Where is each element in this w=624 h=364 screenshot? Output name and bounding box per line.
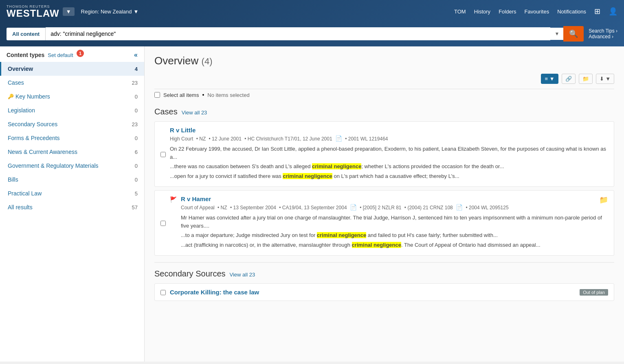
- secondary-source-checkbox[interactable]: [160, 289, 166, 296]
- search-bar: All content ▼ 🔍 Search Tips › Advanced ›: [0, 23, 624, 46]
- case-citation1: HC Christchurch T17/01, 12 June 2001: [248, 136, 332, 142]
- logo-area: THOMSON REUTERS WESTLAW: [7, 4, 59, 18]
- sidebar-item-count: 23: [132, 121, 138, 127]
- sidebar-item-legislation[interactable]: Legislation 0: [0, 103, 144, 117]
- sidebar-item-all-results[interactable]: All results 57: [0, 200, 144, 214]
- secondary-sources-section-header: Secondary Sources View all 23: [154, 269, 614, 278]
- case-snippet-hamer-3: ...act (trafficking in narcotics) or, in…: [181, 241, 608, 249]
- folder-view-button[interactable]: 📁: [579, 74, 593, 84]
- sidebar-item-label: Government & Regulatory Materials: [8, 162, 135, 169]
- case-date: 12 June 2001: [212, 136, 242, 142]
- notification-badge: 1: [77, 50, 84, 57]
- cases-view-all-link[interactable]: View all 23: [182, 110, 207, 116]
- search-tips-area: Search Tips › Advanced ›: [589, 28, 617, 39]
- case-date-hamer: 13 September 2004: [233, 205, 276, 211]
- sidebar-item-overview[interactable]: Overview 4: [0, 62, 144, 76]
- thomson-reuters-label: THOMSON REUTERS: [7, 4, 59, 9]
- key-icon: 🔑: [8, 94, 14, 99]
- select-all-checkbox[interactable]: [154, 92, 160, 98]
- secondary-source-title-corporate-killing[interactable]: Corporate Killing: the case law: [170, 289, 259, 296]
- download-button[interactable]: ⬇ ▼: [596, 74, 614, 84]
- sidebar-item-count: 5: [135, 191, 138, 197]
- highlight-criminal-negligence-hamer-1: criminal negligence: [317, 232, 366, 238]
- sidebar-title: Content types: [7, 52, 44, 58]
- secondary-sources-title: Secondary Sources: [154, 269, 226, 278]
- folders-link[interactable]: Folders: [499, 9, 516, 15]
- user-icon[interactable]: 👤: [609, 7, 617, 16]
- select-all-bar: Select all items • No items selected: [154, 89, 614, 101]
- secondary-sources-view-all-link[interactable]: View all 23: [230, 272, 255, 278]
- case-citation1-hamer: CA19/04, 13 September 2004: [282, 205, 347, 211]
- sidebar-item-label: Forms & Precedents: [8, 135, 135, 141]
- overview-title: Overview (4): [154, 55, 614, 67]
- folder-icon-hamer[interactable]: 📁: [599, 195, 608, 204]
- search-tips-link[interactable]: Search Tips ›: [589, 28, 617, 34]
- case-jurisdiction: NZ: [199, 136, 206, 142]
- case-title-r-v-hamer[interactable]: R v Hamer: [181, 195, 211, 202]
- westlaw-logo: WESTLAW: [7, 9, 59, 18]
- sidebar-collapse-button[interactable]: «: [134, 51, 138, 59]
- history-link[interactable]: History: [474, 9, 490, 15]
- region-label: Region: New Zealand: [81, 9, 132, 15]
- sidebar-item-count: 0: [135, 107, 138, 114]
- case-content-r-v-hamer: R v Hamer Court of Appeal • NZ • 13 Sept…: [181, 195, 608, 250]
- select-separator: •: [202, 92, 204, 98]
- header: THOMSON REUTERS WESTLAW ▼ Region: New Ze…: [0, 0, 624, 46]
- pdf-icon-1[interactable]: 📄: [335, 135, 342, 142]
- highlight-criminal-negligence-1: criminal negligence: [312, 163, 361, 169]
- case-citation4-hamer: 2004 WL 2095125: [469, 205, 509, 211]
- pdf-icon-hamer-2[interactable]: 📄: [456, 204, 463, 211]
- select-all-label[interactable]: Select all items: [163, 92, 199, 98]
- search-input[interactable]: [46, 27, 550, 40]
- case-citation3-hamer: (2004) 21 CRNZ 108: [407, 205, 453, 211]
- case-checkbox-r-v-hamer[interactable]: [160, 196, 166, 250]
- apps-grid-icon[interactable]: ⊞: [594, 7, 600, 16]
- header-nav: TOM History Folders Favourites Notificat…: [454, 7, 617, 16]
- link-view-button[interactable]: 🔗: [562, 74, 576, 84]
- set-default-link[interactable]: Set default: [48, 52, 73, 58]
- notifications-link[interactable]: Notifications: [557, 9, 586, 15]
- case-checkbox-r-v-little[interactable]: [160, 127, 166, 182]
- search-submit-button[interactable]: 🔍: [563, 26, 584, 42]
- sidebar-item-news-current-awareness[interactable]: News & Current Awareness 6: [0, 145, 144, 159]
- sidebar-item-count: 0: [135, 94, 138, 100]
- case-court: High Court: [170, 136, 193, 142]
- case-snippet-hamer-1: Mr Hamer was convicted after a jury tria…: [181, 214, 608, 230]
- header-top: THOMSON REUTERS WESTLAW ▼ Region: New Ze…: [0, 0, 624, 23]
- sidebar-item-government-regulatory[interactable]: Government & Regulatory Materials 0: [0, 159, 144, 173]
- sidebar-item-count: 4: [135, 66, 138, 72]
- sidebar-item-count: 23: [132, 80, 138, 86]
- no-items-selected-label: No items selected: [207, 92, 249, 98]
- sidebar-item-label: Key Numbers: [15, 93, 135, 100]
- sidebar-item-label: Practical Law: [8, 190, 135, 197]
- sidebar-item-label: Legislation: [8, 107, 135, 114]
- search-options-dropdown[interactable]: ▼: [550, 28, 563, 40]
- sidebar-item-cases[interactable]: Cases 23: [0, 76, 144, 90]
- content-type-button[interactable]: All content: [7, 28, 46, 40]
- favourites-link[interactable]: Favourites: [524, 9, 549, 15]
- case-snippet-1c: ...open for a jury to convict if satisfi…: [170, 172, 608, 180]
- sidebar-item-practical-law[interactable]: Practical Law 5: [0, 186, 144, 200]
- advanced-search-link[interactable]: Advanced ›: [589, 34, 617, 39]
- tom-link[interactable]: TOM: [454, 9, 466, 15]
- sidebar-item-key-numbers[interactable]: 🔑 Key Numbers 0: [0, 90, 144, 103]
- sidebar-item-label: News & Current Awareness: [8, 149, 135, 155]
- case-snippet-1b: ...there was no causation between S's de…: [170, 162, 608, 171]
- case-title-r-v-little[interactable]: R v Little: [170, 127, 196, 134]
- region-selector[interactable]: Region: New Zealand ▼: [81, 9, 139, 15]
- case-snippet-1a: On 22 February 1999, the accused, Dr Ian…: [170, 145, 608, 161]
- sidebar-item-secondary-sources[interactable]: Secondary Sources 23: [0, 117, 144, 131]
- content-area: Overview (4) ≡ ▼ 🔗 📁 ⬇ ▼ Select all item…: [145, 46, 624, 362]
- sidebar-item-count: 0: [135, 177, 138, 183]
- westlaw-dropdown-button[interactable]: ▼: [63, 7, 75, 16]
- sidebar-item-label: Secondary Sources: [8, 121, 132, 127]
- sidebar-item-bills[interactable]: Bills 0: [0, 173, 144, 186]
- sidebar-item-forms-precedents[interactable]: Forms & Precedents 0: [0, 131, 144, 145]
- flag-icon-r-v-hamer[interactable]: 🚩: [170, 196, 177, 250]
- pdf-icon-hamer-1[interactable]: 📄: [350, 204, 357, 211]
- sidebar-item-count: 6: [135, 149, 138, 155]
- cases-section-header: Cases View all 23: [154, 107, 614, 116]
- case-meta-r-v-little: High Court • NZ • 12 June 2001 • HC Chri…: [170, 135, 608, 142]
- case-citation2: 2001 WL 1219464: [348, 136, 388, 142]
- list-view-button[interactable]: ≡ ▼: [541, 74, 558, 84]
